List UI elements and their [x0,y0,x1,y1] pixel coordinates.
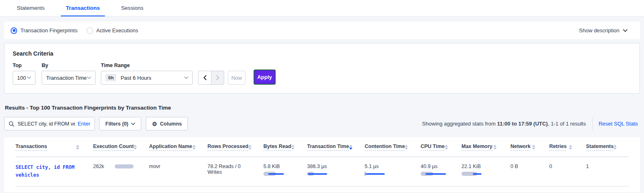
contention-time-bar [365,172,411,176]
transaction-time-cell: 386.3 µs [307,164,365,176]
column-header-transaction-time[interactable]: Transaction Time [307,144,365,151]
columns-button[interactable]: ⚙ Columns [146,117,188,130]
transaction-cell: SELECT city, id FROM vehicles [16,164,93,179]
execution-count-cell: 262k [93,164,149,169]
network-cell: 0 B [510,164,549,169]
by-select[interactable]: Transaction Time [42,71,96,85]
by-label: By [42,63,101,68]
search-criteria-controls: Top 100 By Transaction Time Ti [13,63,631,85]
column-header-network[interactable]: Network [510,144,549,151]
results-title: Results - Top 100 Transaction Fingerprin… [5,105,640,111]
transaction-time-bar [307,172,355,176]
aggregated-stats-text: Showing aggregated stats from 11:00 to 1… [422,121,586,127]
view-mode-card: Transaction Fingerprints Active Executio… [4,22,640,39]
radio-unselected-icon [87,27,93,34]
column-header-retries[interactable]: Retries [549,144,586,151]
search-enter-hint[interactable]: Enter [78,121,90,127]
sort-icon[interactable] [493,145,497,150]
sort-icon[interactable] [445,145,448,150]
tab-sessions[interactable]: Sessions [116,0,149,16]
execution-count-bar [115,164,134,168]
search-criteria-panel: Search Criteria Top 100 By Transaction T… [4,43,640,94]
chevron-down-icon [87,76,91,79]
time-range-pager [198,71,224,85]
radio-transaction-fingerprints[interactable]: Transaction Fingerprints [11,27,78,34]
bytes-read-cell: 5.8 KiB [263,164,307,176]
time-range-next-button[interactable] [211,71,224,84]
sort-icon[interactable] [569,145,572,150]
column-header-cpu-time[interactable]: CPU Time [421,144,461,151]
sort-icon[interactable] [532,145,535,150]
max-memory-cell: 22.1 KiB [461,164,510,176]
top-label: Top [13,63,42,68]
search-input[interactable] [18,121,75,127]
now-button[interactable]: Now [228,71,245,85]
sort-icon[interactable] [248,145,252,150]
apply-button[interactable]: Apply [254,70,276,85]
gear-icon: ⚙ [152,121,157,127]
table-row: SELECT city, id FROM vehicles 262k movr … [16,157,629,186]
radio-label: Active Executions [96,27,138,34]
stats-time-range: 11:00 to 17:59 (UTC) [497,121,548,127]
by-select-value: Transaction Time [46,75,87,81]
search-icon [9,121,14,127]
filters-button[interactable]: Filters (0) [99,117,141,130]
max-memory-bar [461,172,501,176]
show-description-label: Show description [579,27,619,34]
fingerprint-search-box[interactable]: Enter [4,117,95,130]
time-range-label: Time Range [101,63,198,68]
transaction-fingerprint-link[interactable]: SELECT city, id FROM vehicles [16,164,75,178]
tab-statements[interactable]: Statements [12,0,49,16]
bytes-read-bar [263,172,297,176]
sort-icon[interactable] [134,145,137,150]
columns-label: Columns [160,121,182,127]
chevron-down-icon [184,76,188,79]
sort-icon[interactable] [613,145,617,150]
top-select[interactable]: 100 [13,71,36,85]
chevron-down-icon [27,76,31,79]
rows-processed-cell: 78.2 Reads / 0 Writes [207,164,263,175]
time-range-value: Past 6 Hours [120,75,151,81]
column-header-execution-count[interactable]: Execution Count [93,144,149,151]
retries-cell: 0 [549,164,586,169]
chevron-down-icon [623,29,628,32]
column-header-application-name[interactable]: Application Name [149,144,207,151]
statements-cell: 1 [586,164,629,169]
sort-icon[interactable] [291,145,294,150]
column-header-max-memory[interactable]: Max Memory [461,144,510,151]
top-select-value: 100 [17,75,26,81]
search-criteria-title: Search Criteria [13,50,631,57]
time-range-select[interactable]: 6h Past 6 Hours [101,71,193,85]
column-header-bytes-read[interactable]: Bytes Read [263,144,307,151]
sort-icon[interactable] [192,145,196,150]
contention-time-cell: 5.1 µs [365,164,421,176]
column-header-transactions[interactable]: Transactions [16,144,93,151]
show-description-toggle[interactable]: Show description [579,27,628,34]
results-toolbar: Enter Filters (0) ⚙ Columns Showing aggr… [4,117,640,130]
filters-label: Filters (0) [105,121,128,127]
by-field: By Transaction Time [42,63,101,85]
toolbar-divider [592,118,593,130]
time-range-field: Time Range 6h Past 6 Hours [101,63,198,85]
column-header-contention-time[interactable]: Contention Time [365,144,421,151]
transactions-page: Statements Transactions Sessions Transac… [0,0,644,193]
table-header-row: Transactions Execution Count Application… [16,137,629,157]
column-header-rows-processed[interactable]: Rows Processed [207,144,263,151]
results-table: Transactions Execution Count Application… [4,137,640,192]
radio-selected-icon [11,27,17,34]
chevron-down-icon [131,123,135,125]
cpu-time-bar [421,172,452,176]
tab-bar: Statements Transactions Sessions [0,0,644,17]
radio-label: Transaction Fingerprints [20,27,78,34]
radio-active-executions[interactable]: Active Executions [87,27,138,34]
tab-transactions[interactable]: Transactions [61,0,105,16]
top-field: Top 100 [13,63,42,85]
sort-desc-icon[interactable] [349,145,352,150]
reset-sql-stats-link[interactable]: Reset SQL Stats [599,121,638,127]
time-range-badge: 6h [105,74,116,81]
sort-icon[interactable] [405,145,408,150]
time-range-prev-button[interactable] [198,71,211,84]
cpu-time-cell: 40.9 µs [421,164,461,176]
column-header-statements[interactable]: Statements [586,144,629,151]
sort-icon[interactable] [76,145,79,150]
